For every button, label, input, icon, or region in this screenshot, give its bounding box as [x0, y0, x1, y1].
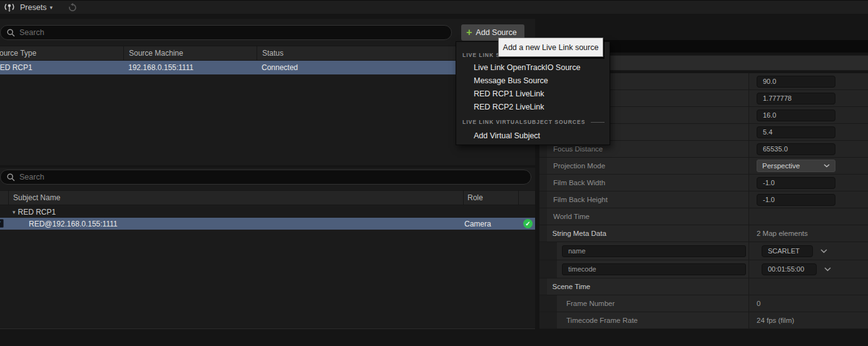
source-status-cell: Connected	[262, 61, 298, 74]
sources-search[interactable]	[0, 25, 452, 40]
tooltip-text: Add a new Live Link source	[503, 43, 599, 52]
presets-label: Presets	[20, 3, 46, 12]
menu-item-add-virtual-subject[interactable]: Add Virtual Subject	[456, 130, 610, 143]
value-field[interactable]: 90.0	[757, 76, 835, 88]
presets-button[interactable]: Presets ▾	[16, 1, 56, 14]
top-toolbar: Presets ▾	[0, 0, 868, 14]
property-label: Film Back Width	[539, 175, 748, 191]
value-text: 0	[757, 300, 760, 307]
source-machine-cell: 192.168.0.155:1111	[128, 61, 193, 74]
property-label: Timecode Frame Rate	[539, 312, 748, 328]
sources-table-header: Source Type Source Machine Status	[0, 46, 535, 61]
expander-triangle-icon[interactable]: ▾	[543, 283, 546, 290]
chevron-down-icon: ▾	[49, 4, 53, 11]
value-field[interactable]: 1.777778	[757, 93, 835, 104]
subject-group-label: RED RCP1	[18, 208, 56, 216]
property-label: Projection Mode	[539, 158, 748, 174]
live-link-icon	[3, 2, 16, 13]
search-icon	[7, 173, 15, 181]
source-row-selected[interactable]: RED RCP1 192.168.0.155:1111 Connected	[0, 61, 535, 74]
map-entry-row-timecode: timecode 00:01:55:00	[539, 260, 868, 278]
projection-mode-dropdown[interactable]: Perspective	[757, 160, 835, 172]
property-row-world-time: World Time	[539, 208, 868, 225]
expander-triangle-icon[interactable]: ▾	[13, 209, 16, 215]
column-header-source-type[interactable]: Source Type	[0, 46, 123, 60]
value-field[interactable]: -1.0	[757, 194, 835, 206]
chevron-down-icon	[824, 164, 830, 168]
menu-section-virtualsubject-sources: LIVE LINK VIRTUALSUBJECT SOURCES	[456, 116, 610, 128]
subject-group-row[interactable]: ▾ RED RCP1	[0, 206, 535, 218]
column-header-role[interactable]: Role	[463, 191, 518, 205]
map-entry-row-name: name SCARLET	[539, 242, 868, 260]
subject-row-selected[interactable]: ✓ RED@192.168.0.155:1111 Camera ✓	[0, 218, 535, 230]
sources-panel: + Add Source Source Type Source Machine …	[0, 19, 535, 165]
column-header-subject-name[interactable]: Subject Name	[8, 191, 463, 205]
value-field[interactable]: 65535.0	[757, 143, 835, 155]
category-row-string-meta-data[interactable]: ▾ String Meta Data 2 Map elements	[539, 225, 868, 242]
green-check-icon: ✓	[523, 219, 533, 228]
sources-search-input[interactable]	[19, 28, 445, 37]
property-row-timecode-frame-rate: Timecode Frame Rate 24 fps (film)	[539, 312, 868, 329]
search-icon	[7, 29, 15, 37]
column-header-source-machine[interactable]: Source Machine	[123, 46, 257, 60]
add-source-label: Add Source	[476, 28, 516, 37]
map-value-field[interactable]: SCARLET	[762, 245, 813, 257]
undo-button[interactable]	[66, 1, 79, 14]
menu-item-red-rcp1-livelink[interactable]: RED RCP1 LiveLink	[456, 88, 610, 101]
subject-enabled-checkbox[interactable]: ✓	[0, 219, 4, 228]
property-row-frame-number: Frame Number 0	[539, 295, 868, 312]
property-label: World Time	[539, 208, 748, 225]
property-label: Film Back Height	[539, 191, 748, 208]
expander-triangle-icon[interactable]: ▾	[543, 230, 546, 237]
map-key-field[interactable]: timecode	[562, 263, 746, 275]
map-value-field[interactable]: 00:01:55:00	[762, 263, 817, 275]
category-row-scene-time[interactable]: ▾ Scene Time	[539, 278, 868, 295]
property-row-film-back-width: Film Back Width -1.0	[539, 175, 868, 191]
value-field[interactable]: 5.4	[757, 126, 835, 138]
value-field[interactable]: 16.0	[757, 109, 835, 121]
value-text: 24 fps (film)	[757, 317, 794, 324]
map-elements-count: 2 Map elements	[757, 230, 808, 237]
menu-item-opentrackio-source[interactable]: Live Link OpenTrackIO Source	[456, 61, 610, 74]
column-header-status-icon	[518, 191, 535, 205]
plus-icon: +	[466, 28, 472, 37]
subjects-search[interactable]	[0, 170, 531, 185]
property-row-projection-mode: Projection Mode Perspective	[539, 158, 868, 175]
menu-item-message-bus-source[interactable]: Message Bus Source	[456, 74, 610, 88]
source-type-cell: RED RCP1	[0, 61, 33, 74]
undo-icon	[68, 3, 78, 13]
value-field[interactable]: -1.0	[757, 177, 835, 189]
subjects-search-input[interactable]	[19, 173, 524, 181]
chevron-down-icon[interactable]	[820, 249, 827, 253]
column-header-enabled[interactable]	[0, 191, 8, 205]
property-row-film-back-height: Film Back Height -1.0	[539, 191, 868, 208]
property-label: Frame Number	[539, 295, 748, 312]
subject-role-cell: Camera	[464, 218, 491, 230]
subject-name-cell: RED@192.168.0.155:1111	[29, 218, 118, 230]
map-key-field[interactable]: name	[562, 245, 746, 257]
subjects-panel: Subject Name Role ▾ RED RCP1 ✓ RED@192.1…	[0, 168, 535, 329]
menu-item-red-rcp2-livelink[interactable]: RED RCP2 LiveLink	[456, 101, 610, 114]
tooltip: Add a new Live Link source	[498, 38, 603, 57]
chevron-down-icon[interactable]	[824, 267, 831, 272]
subjects-table-header: Subject Name Role	[0, 190, 535, 205]
